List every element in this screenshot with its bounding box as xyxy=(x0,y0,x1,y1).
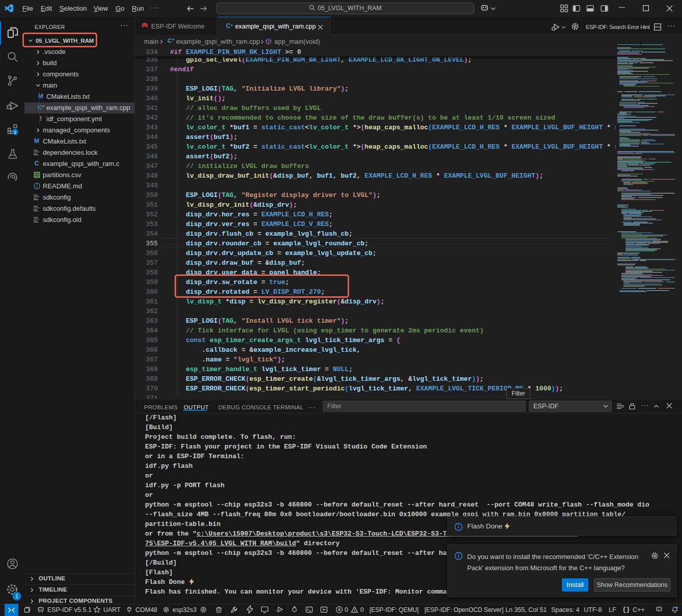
svg-text:1: 1 xyxy=(15,593,18,599)
